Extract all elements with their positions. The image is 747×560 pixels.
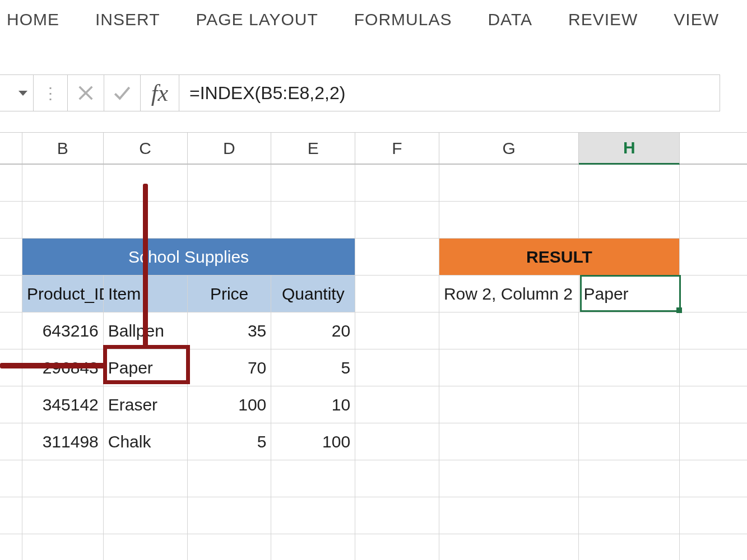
header-price[interactable]: Price (188, 276, 272, 312)
cell-a4[interactable] (0, 276, 22, 312)
cell-g8[interactable] (439, 423, 579, 460)
cell-f8[interactable] (355, 423, 439, 460)
name-box-dropdown-icon[interactable] (18, 91, 27, 96)
cell-a3[interactable] (0, 239, 22, 275)
cell-d7[interactable]: 100 (188, 386, 272, 423)
cell-a7[interactable] (0, 386, 22, 423)
cell-b1[interactable] (22, 165, 104, 201)
cell-f4[interactable] (355, 276, 439, 312)
colhead-d[interactable]: D (188, 133, 272, 164)
formula-text: =INDEX(B5:E8,2,2) (189, 83, 345, 104)
cell-d1[interactable] (188, 165, 272, 201)
cell-extra-7[interactable] (680, 386, 747, 423)
cell-h4[interactable]: Paper (579, 276, 680, 312)
table-title[interactable]: School Supplies (22, 239, 355, 275)
cell-f3[interactable] (355, 239, 439, 275)
cell-e6[interactable]: 5 (271, 349, 355, 386)
row-5[interactable]: 643216 Ballpen 35 20 (0, 312, 747, 349)
colhead-b[interactable]: B (22, 133, 104, 164)
cell-c7[interactable]: Eraser (104, 386, 188, 423)
row-1[interactable] (0, 165, 747, 202)
annotation-horizontal-line (0, 363, 106, 368)
cell-a5[interactable] (0, 312, 22, 349)
cell-f5[interactable] (355, 312, 439, 349)
cell-b8[interactable]: 311498 (22, 423, 104, 460)
cell-extra-1[interactable] (680, 165, 747, 201)
ribbon-tab-review[interactable]: REVIEW (564, 7, 642, 32)
ribbon-tab-view[interactable]: VIEW (669, 7, 723, 32)
ribbon-tab-page-layout[interactable]: PAGE LAYOUT (191, 7, 322, 32)
ribbon-tab-insert[interactable]: INSERT (91, 7, 164, 32)
colhead-h[interactable]: H (579, 133, 680, 165)
cell-g2[interactable] (439, 202, 579, 238)
cell-extra-3[interactable] (680, 239, 747, 275)
cell-h8[interactable] (579, 423, 680, 460)
cell-d5[interactable]: 35 (188, 312, 272, 349)
row-7[interactable]: 345142 Eraser 100 10 (0, 386, 747, 423)
ribbon-tab-data[interactable]: DATA (483, 7, 537, 32)
cell-f2[interactable] (355, 202, 439, 238)
cell-d2[interactable] (188, 202, 272, 238)
cell-d8[interactable]: 5 (188, 423, 272, 460)
cell-h7[interactable] (579, 386, 680, 423)
enter-button[interactable] (104, 74, 140, 111)
cell-f6[interactable] (355, 349, 439, 386)
cell-extra-8[interactable] (680, 423, 747, 460)
cell-extra-6[interactable] (680, 349, 747, 386)
row-11[interactable] (0, 534, 747, 560)
ribbon-tab-home[interactable]: HOME (2, 7, 64, 32)
cell-g1[interactable] (439, 165, 579, 201)
cell-e2[interactable] (271, 202, 355, 238)
header-product-id[interactable]: Product_ID (22, 276, 104, 312)
colhead-extra[interactable] (680, 133, 747, 164)
cell-d6[interactable]: 70 (188, 349, 272, 386)
ribbon-tab-formulas[interactable]: FORMULAS (350, 7, 457, 32)
result-title[interactable]: RESULT (439, 239, 680, 275)
cell-a8[interactable] (0, 423, 22, 460)
ribbon-tabs: HOME INSERT PAGE LAYOUT FORMULAS DATA RE… (0, 0, 747, 39)
cell-h6[interactable] (579, 349, 680, 386)
cell-a1[interactable] (0, 165, 22, 201)
cell-g7[interactable] (439, 386, 579, 423)
colhead-g[interactable]: G (439, 133, 579, 164)
cell-b2[interactable] (22, 202, 104, 238)
cell-h5[interactable] (579, 312, 680, 349)
row-8[interactable]: 311498 Chalk 5 100 (0, 423, 747, 460)
formula-input[interactable]: =INDEX(B5:E8,2,2) (179, 74, 720, 111)
colhead-e[interactable]: E (271, 133, 355, 164)
cell-h2[interactable] (579, 202, 680, 238)
cell-g6[interactable] (439, 349, 579, 386)
cell-extra-5[interactable] (680, 312, 747, 349)
cell-e5[interactable]: 20 (271, 312, 355, 349)
cell-b5[interactable]: 643216 (22, 312, 104, 349)
header-quantity[interactable]: Quantity (271, 276, 355, 312)
colhead-c[interactable]: C (104, 133, 188, 164)
cell-f7[interactable] (355, 386, 439, 423)
row-3[interactable]: School Supplies RESULT (0, 239, 747, 276)
row-2[interactable] (0, 202, 747, 239)
cell-g4[interactable]: Row 2, Column 2 (439, 276, 579, 312)
cell-c8[interactable]: Chalk (104, 423, 188, 460)
name-box[interactable] (0, 74, 34, 111)
row-4[interactable]: Product_ID Item Price Quantity Row 2, Co… (0, 276, 747, 312)
cell-h1[interactable] (579, 165, 680, 201)
formula-bar: ⋮ fx =INDEX(B5:E8,2,2) (0, 74, 720, 111)
column-headers: B C D E F G H (0, 132, 747, 165)
cell-b7[interactable]: 345142 (22, 386, 104, 423)
cell-e1[interactable] (271, 165, 355, 201)
cell-a2[interactable] (0, 202, 22, 238)
corner-box[interactable] (0, 133, 22, 164)
row-10[interactable] (0, 497, 747, 534)
cell-e7[interactable]: 10 (271, 386, 355, 423)
cell-extra-4[interactable] (680, 276, 747, 312)
formula-bar-resize-grip[interactable]: ⋮ (34, 74, 67, 111)
row-9[interactable] (0, 460, 747, 497)
cell-f1[interactable] (355, 165, 439, 201)
cell-e8[interactable]: 100 (271, 423, 355, 460)
cell-extra-2[interactable] (680, 202, 747, 238)
insert-function-button[interactable]: fx (140, 74, 179, 111)
colhead-f[interactable]: F (355, 133, 439, 164)
cancel-button[interactable] (67, 74, 104, 111)
cell-g5[interactable] (439, 312, 579, 349)
enter-check-icon (113, 83, 132, 102)
